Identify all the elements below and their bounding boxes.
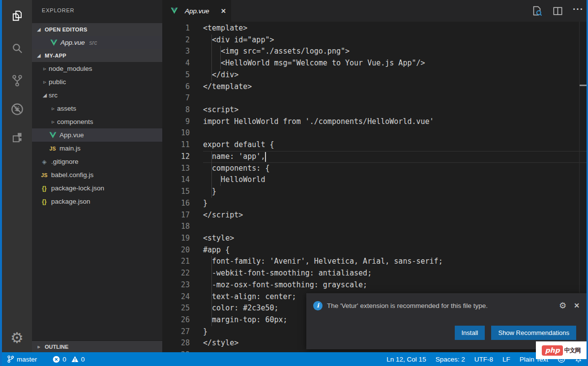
line-number: 19 bbox=[162, 233, 190, 244]
source-control-icon[interactable] bbox=[2, 69, 32, 92]
line-number: 1 bbox=[162, 23, 190, 34]
code-line[interactable]: 22 -webkit-font-smoothing: antialiased; bbox=[162, 268, 587, 279]
code-text: } bbox=[203, 199, 207, 208]
tree-item--gitignore[interactable]: ◈.gitignore bbox=[32, 155, 162, 168]
tab-bar: App.vue ✕ ··· bbox=[162, 0, 587, 22]
code-text: } bbox=[203, 327, 207, 336]
code-line[interactable]: 16} bbox=[162, 198, 587, 210]
code-text: -webkit-font-smoothing: antialiased; bbox=[203, 269, 372, 277]
code-line[interactable]: 19<style> bbox=[162, 233, 587, 244]
line-number: 23 bbox=[162, 279, 190, 291]
code-text: components: { bbox=[203, 164, 269, 173]
code-line[interactable]: 7 bbox=[162, 92, 587, 104]
branch-icon bbox=[7, 355, 14, 363]
chevron-collapsed-icon: ▹ bbox=[42, 79, 48, 85]
code-text: -moz-osx-font-smoothing: grayscale; bbox=[203, 280, 367, 289]
code-line[interactable]: 10 bbox=[162, 127, 587, 139]
tree-item-assets[interactable]: ▹assets bbox=[32, 102, 162, 115]
search-icon[interactable] bbox=[2, 36, 32, 60]
code-line[interactable]: 15 } bbox=[162, 186, 587, 198]
more-actions-icon[interactable]: ··· bbox=[573, 4, 584, 18]
json-file-icon: {} bbox=[40, 198, 49, 205]
code-line[interactable]: 6</template> bbox=[162, 81, 587, 93]
code-line[interactable]: 13 components: { bbox=[162, 163, 587, 175]
code-line[interactable]: 20#app { bbox=[162, 244, 587, 256]
line-number: 20 bbox=[162, 244, 190, 256]
tree-item-public[interactable]: ▹public bbox=[32, 75, 162, 89]
debug-icon[interactable] bbox=[2, 97, 32, 121]
tree-item-main-js[interactable]: JSmain.js bbox=[32, 142, 162, 155]
code-line[interactable]: 1<template> bbox=[162, 23, 587, 34]
info-icon: i bbox=[313, 301, 323, 310]
error-count[interactable]: 0 bbox=[53, 356, 66, 363]
line-number: 24 bbox=[162, 291, 190, 303]
line-number: 10 bbox=[162, 127, 190, 139]
tree-item-label: src bbox=[49, 92, 58, 99]
show-recommendations-button[interactable]: Show Recommendations bbox=[491, 326, 576, 340]
tree-item-components[interactable]: ▹components bbox=[32, 115, 162, 128]
outline-header[interactable]: ▹ OUTLINE bbox=[32, 340, 162, 352]
encoding-indicator[interactable]: UTF-8 bbox=[474, 356, 493, 363]
extensions-icon[interactable] bbox=[2, 126, 32, 150]
code-text: </script> bbox=[203, 211, 243, 219]
project-header[interactable]: ◢ MY-APP bbox=[32, 49, 162, 62]
tree-item-label: components bbox=[57, 118, 93, 125]
split-editor-icon[interactable] bbox=[552, 5, 563, 17]
line-number: 3 bbox=[162, 46, 190, 58]
open-editor-item-app-vue[interactable]: App.vue src bbox=[32, 36, 162, 49]
explorer-icon[interactable] bbox=[2, 4, 32, 28]
code-line[interactable]: 14 HelloWorld bbox=[162, 174, 587, 186]
code-line[interactable]: 11export default { bbox=[162, 139, 587, 151]
tab-close-icon[interactable]: ✕ bbox=[221, 7, 226, 15]
line-number: 25 bbox=[162, 303, 190, 314]
tree-item-package-json[interactable]: {}package.json bbox=[32, 195, 162, 208]
open-preview-icon[interactable] bbox=[531, 5, 543, 17]
code-line[interactable]: 4 <HelloWorld msg="Welcome to Your Vue.j… bbox=[162, 58, 587, 69]
install-button[interactable]: Install bbox=[455, 326, 485, 340]
tree-item-label: .gitignore bbox=[51, 158, 79, 165]
watermark-text: 中文网 bbox=[564, 346, 581, 355]
indentation-indicator[interactable]: Spaces: 2 bbox=[436, 356, 465, 363]
code-line[interactable]: 3 <img src="./assets/logo.png"> bbox=[162, 46, 587, 58]
code-text: <div id="app"> bbox=[203, 35, 274, 44]
code-line[interactable]: 9import HelloWorld from './components/He… bbox=[162, 116, 587, 128]
tab-app-vue[interactable]: App.vue ✕ bbox=[162, 0, 231, 22]
code-line[interactable]: 21 font-family: 'Avenir', Helvetica, Ari… bbox=[162, 256, 587, 268]
tree-item-app-vue[interactable]: App.vue bbox=[32, 128, 162, 142]
git-file-icon: ◈ bbox=[40, 158, 49, 165]
git-branch-indicator[interactable]: master bbox=[7, 355, 37, 363]
warning-count[interactable]: 0 bbox=[71, 356, 85, 363]
error-icon bbox=[53, 356, 60, 363]
code-text: <template> bbox=[203, 24, 247, 32]
tree-item-package-lock-json[interactable]: {}package-lock.json bbox=[32, 182, 162, 195]
cursor-position-indicator[interactable]: Ln 12, Col 15 bbox=[386, 356, 426, 363]
tree-item-node-modules[interactable]: ▹node_modules bbox=[32, 62, 162, 75]
code-line[interactable]: 2 <div id="app"> bbox=[162, 34, 587, 46]
line-number: 15 bbox=[162, 186, 190, 198]
code-line[interactable]: 5 </div> bbox=[162, 69, 587, 81]
line-number: 22 bbox=[162, 268, 190, 279]
line-number: 26 bbox=[162, 314, 190, 326]
chevron-collapsed-icon: ▹ bbox=[36, 344, 42, 349]
tree-item-label: package.json bbox=[51, 198, 90, 205]
code-text: text-align: center; bbox=[203, 292, 296, 301]
tree-item-label: package-lock.json bbox=[51, 184, 104, 192]
tree-item-babel-config-js[interactable]: JSbabel.config.js bbox=[32, 168, 162, 182]
open-editors-header[interactable]: ◢ OPEN EDITORS bbox=[32, 23, 162, 36]
editor-actions: ··· bbox=[531, 0, 584, 22]
code-line[interactable]: 17</script> bbox=[162, 210, 587, 221]
code-text: #app { bbox=[203, 245, 230, 254]
code-line[interactable]: 8<script> bbox=[162, 104, 587, 116]
notification-message: The 'Vetur' extension is recommended for… bbox=[327, 302, 488, 309]
code-text: import HelloWorld from './components/Hel… bbox=[203, 117, 434, 126]
tree-item-src[interactable]: ◢src bbox=[32, 89, 162, 102]
notification-close-icon[interactable]: ✕ bbox=[574, 302, 580, 309]
notification-settings-icon[interactable]: ⚙ bbox=[559, 301, 566, 310]
explorer-sidebar: EXPLORER ◢ OPEN EDITORS App.vue src ◢ MY… bbox=[32, 0, 162, 352]
code-line[interactable]: 23 -moz-osx-font-smoothing: grayscale; bbox=[162, 279, 587, 291]
eol-indicator[interactable]: LF bbox=[502, 356, 510, 363]
settings-gear-icon[interactable]: ⚙ bbox=[2, 331, 32, 345]
code-line[interactable]: 12 name: 'app', bbox=[162, 151, 587, 163]
code-line[interactable]: 18 bbox=[162, 221, 587, 233]
line-number: 5 bbox=[162, 69, 190, 81]
